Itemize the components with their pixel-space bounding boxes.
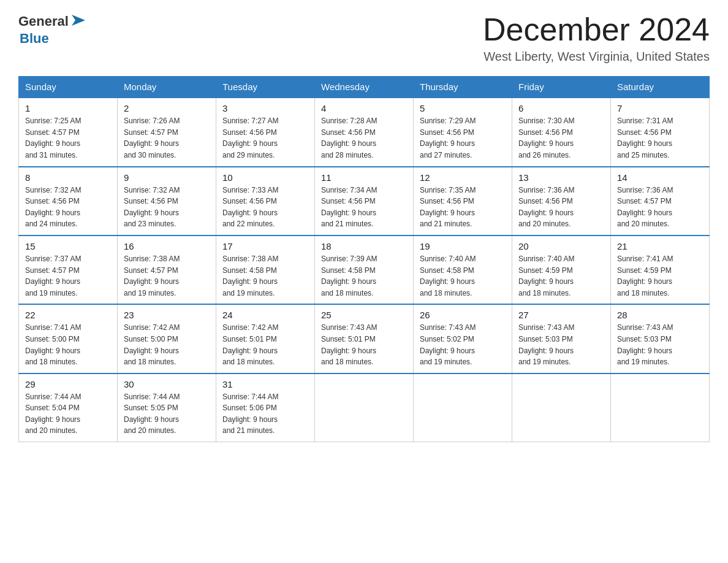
calendar-day-cell: 7Sunrise: 7:31 AMSunset: 4:56 PMDaylight…: [611, 98, 710, 166]
day-number: 11: [321, 172, 407, 183]
calendar-day-cell: 12Sunrise: 7:35 AMSunset: 4:56 PMDayligh…: [414, 167, 512, 236]
day-info: Sunrise: 7:42 AMSunset: 5:01 PMDaylight:…: [222, 323, 278, 366]
calendar-day-cell: 1Sunrise: 7:25 AMSunset: 4:57 PMDaylight…: [19, 98, 118, 166]
day-info: Sunrise: 7:30 AMSunset: 4:56 PMDaylight:…: [518, 117, 574, 159]
svg-marker-0: [72, 15, 85, 26]
day-number: 21: [617, 241, 703, 251]
header-sunday: Sunday: [19, 77, 118, 98]
calendar-day-cell: 30Sunrise: 7:44 AMSunset: 5:05 PMDayligh…: [118, 373, 216, 442]
day-number: 17: [222, 241, 308, 251]
calendar-empty-cell: [315, 373, 414, 442]
calendar-day-cell: 15Sunrise: 7:37 AMSunset: 4:57 PMDayligh…: [19, 236, 118, 304]
day-number: 28: [617, 310, 703, 320]
page-header: General Blue December 2024 West Liberty,…: [18, 12, 710, 64]
calendar-day-cell: 13Sunrise: 7:36 AMSunset: 4:56 PMDayligh…: [512, 167, 611, 236]
calendar-day-cell: 25Sunrise: 7:43 AMSunset: 5:01 PMDayligh…: [315, 304, 414, 373]
day-info: Sunrise: 7:32 AMSunset: 4:56 PMDaylight:…: [25, 186, 81, 229]
calendar-day-cell: 11Sunrise: 7:34 AMSunset: 4:56 PMDayligh…: [315, 167, 414, 236]
calendar-day-cell: 29Sunrise: 7:44 AMSunset: 5:04 PMDayligh…: [19, 373, 118, 442]
logo-icon: [69, 11, 88, 29]
header-tuesday: Tuesday: [216, 77, 315, 98]
header-saturday: Saturday: [611, 77, 710, 98]
day-info: Sunrise: 7:43 AMSunset: 5:02 PMDaylight:…: [420, 323, 476, 366]
day-number: 9: [124, 172, 210, 183]
calendar-day-cell: 17Sunrise: 7:38 AMSunset: 4:58 PMDayligh…: [216, 236, 315, 304]
header-thursday: Thursday: [414, 77, 512, 98]
day-info: Sunrise: 7:43 AMSunset: 5:03 PMDaylight:…: [518, 323, 574, 366]
day-info: Sunrise: 7:36 AMSunset: 4:56 PMDaylight:…: [518, 186, 574, 229]
calendar-day-cell: 3Sunrise: 7:27 AMSunset: 4:56 PMDaylight…: [216, 98, 315, 166]
day-number: 22: [25, 310, 111, 320]
calendar-day-cell: 23Sunrise: 7:42 AMSunset: 5:00 PMDayligh…: [118, 304, 216, 373]
header-friday: Friday: [512, 77, 611, 98]
day-info: Sunrise: 7:42 AMSunset: 5:00 PMDaylight:…: [124, 323, 180, 366]
calendar-day-cell: 26Sunrise: 7:43 AMSunset: 5:02 PMDayligh…: [414, 304, 512, 373]
calendar-day-cell: 10Sunrise: 7:33 AMSunset: 4:56 PMDayligh…: [216, 167, 315, 236]
day-number: 26: [420, 310, 506, 320]
day-info: Sunrise: 7:39 AMSunset: 4:58 PMDaylight:…: [321, 255, 377, 297]
day-number: 19: [420, 241, 506, 251]
calendar-day-cell: 21Sunrise: 7:41 AMSunset: 4:59 PMDayligh…: [611, 236, 710, 304]
day-number: 13: [518, 172, 604, 183]
day-info: Sunrise: 7:44 AMSunset: 5:04 PMDaylight:…: [25, 393, 81, 435]
day-number: 23: [124, 310, 210, 320]
calendar-week-row: 29Sunrise: 7:44 AMSunset: 5:04 PMDayligh…: [19, 373, 710, 442]
calendar-empty-cell: [414, 373, 512, 442]
day-number: 7: [617, 103, 703, 113]
day-info: Sunrise: 7:36 AMSunset: 4:57 PMDaylight:…: [617, 186, 673, 229]
day-info: Sunrise: 7:41 AMSunset: 5:00 PMDaylight:…: [25, 323, 81, 366]
day-info: Sunrise: 7:28 AMSunset: 4:56 PMDaylight:…: [321, 117, 377, 159]
logo-general: General: [18, 13, 69, 29]
title-block: December 2024 West Liberty, West Virgini…: [483, 12, 710, 64]
calendar-table: SundayMondayTuesdayWednesdayThursdayFrid…: [18, 76, 710, 442]
calendar-week-row: 22Sunrise: 7:41 AMSunset: 5:00 PMDayligh…: [19, 304, 710, 373]
day-info: Sunrise: 7:34 AMSunset: 4:56 PMDaylight:…: [321, 186, 377, 229]
day-info: Sunrise: 7:32 AMSunset: 4:56 PMDaylight:…: [124, 186, 180, 229]
day-number: 4: [321, 103, 407, 113]
day-info: Sunrise: 7:43 AMSunset: 5:03 PMDaylight:…: [617, 323, 673, 366]
calendar-day-cell: 20Sunrise: 7:40 AMSunset: 4:59 PMDayligh…: [512, 236, 611, 304]
calendar-day-cell: 18Sunrise: 7:39 AMSunset: 4:58 PMDayligh…: [315, 236, 414, 304]
day-number: 12: [420, 172, 506, 183]
day-number: 2: [124, 103, 210, 113]
calendar-day-cell: 2Sunrise: 7:26 AMSunset: 4:57 PMDaylight…: [118, 98, 216, 166]
calendar-day-cell: 14Sunrise: 7:36 AMSunset: 4:57 PMDayligh…: [611, 167, 710, 236]
day-number: 30: [124, 379, 210, 389]
calendar-day-cell: 31Sunrise: 7:44 AMSunset: 5:06 PMDayligh…: [216, 373, 315, 442]
calendar-day-cell: 27Sunrise: 7:43 AMSunset: 5:03 PMDayligh…: [512, 304, 611, 373]
day-number: 16: [124, 241, 210, 251]
location-subtitle: West Liberty, West Virginia, United Stat…: [483, 50, 710, 64]
logo-blue: Blue: [20, 31, 49, 46]
day-number: 3: [222, 103, 308, 113]
day-info: Sunrise: 7:35 AMSunset: 4:56 PMDaylight:…: [420, 186, 476, 229]
day-info: Sunrise: 7:38 AMSunset: 4:58 PMDaylight:…: [222, 255, 278, 297]
day-number: 5: [420, 103, 506, 113]
day-number: 24: [222, 310, 308, 320]
header-monday: Monday: [118, 77, 216, 98]
day-number: 20: [518, 241, 604, 251]
calendar-day-cell: 19Sunrise: 7:40 AMSunset: 4:58 PMDayligh…: [414, 236, 512, 304]
day-number: 14: [617, 172, 703, 183]
calendar-day-cell: 4Sunrise: 7:28 AMSunset: 4:56 PMDaylight…: [315, 98, 414, 166]
calendar-day-cell: 28Sunrise: 7:43 AMSunset: 5:03 PMDayligh…: [611, 304, 710, 373]
calendar-day-cell: 6Sunrise: 7:30 AMSunset: 4:56 PMDaylight…: [512, 98, 611, 166]
calendar-day-cell: 16Sunrise: 7:38 AMSunset: 4:57 PMDayligh…: [118, 236, 216, 304]
day-number: 29: [25, 379, 111, 389]
day-number: 15: [25, 241, 111, 251]
day-info: Sunrise: 7:40 AMSunset: 4:58 PMDaylight:…: [420, 255, 476, 297]
day-number: 31: [222, 379, 308, 389]
day-info: Sunrise: 7:33 AMSunset: 4:56 PMDaylight:…: [222, 186, 278, 229]
day-number: 10: [222, 172, 308, 183]
calendar-day-cell: 9Sunrise: 7:32 AMSunset: 4:56 PMDaylight…: [118, 167, 216, 236]
day-number: 1: [25, 103, 111, 113]
day-info: Sunrise: 7:44 AMSunset: 5:05 PMDaylight:…: [124, 393, 180, 435]
day-info: Sunrise: 7:37 AMSunset: 4:57 PMDaylight:…: [25, 255, 81, 297]
day-number: 25: [321, 310, 407, 320]
calendar-week-row: 8Sunrise: 7:32 AMSunset: 4:56 PMDaylight…: [19, 167, 710, 236]
calendar-day-cell: 8Sunrise: 7:32 AMSunset: 4:56 PMDaylight…: [19, 167, 118, 236]
calendar-header-row: SundayMondayTuesdayWednesdayThursdayFrid…: [19, 77, 710, 98]
calendar-empty-cell: [611, 373, 710, 442]
day-info: Sunrise: 7:27 AMSunset: 4:56 PMDaylight:…: [222, 117, 278, 159]
day-info: Sunrise: 7:43 AMSunset: 5:01 PMDaylight:…: [321, 323, 377, 366]
day-number: 6: [518, 103, 604, 113]
